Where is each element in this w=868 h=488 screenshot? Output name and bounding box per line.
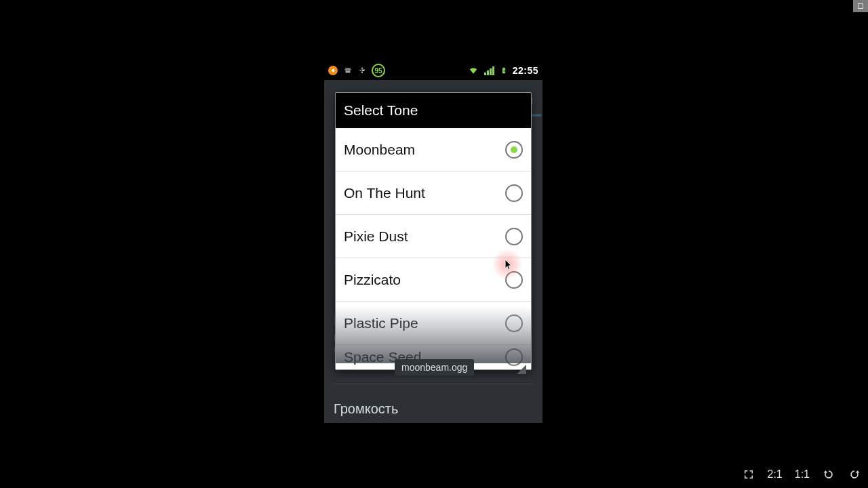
zoom-ratio-b[interactable]: 1:1 <box>795 468 810 481</box>
tone-label: Pizzicato <box>344 272 401 288</box>
charging-battery-icon <box>500 65 507 76</box>
tone-item[interactable]: Moonbeam <box>336 128 531 171</box>
tone-item[interactable]: On The Hunt <box>336 171 531 215</box>
tone-label: Plastic Pipe <box>344 315 418 331</box>
tone-item[interactable]: Plastic Pipe <box>336 302 531 345</box>
restore-icon <box>858 3 863 9</box>
fullscreen-icon[interactable] <box>742 468 755 481</box>
radio-icon[interactable] <box>505 141 523 159</box>
radio-icon[interactable] <box>505 184 523 202</box>
setting-volume-title[interactable]: Громкость <box>334 401 398 417</box>
radio-icon[interactable] <box>505 228 523 245</box>
usb-icon <box>358 65 366 76</box>
tone-item[interactable]: Pixie Dust <box>336 215 531 258</box>
dialog-title: Select Tone <box>336 93 531 128</box>
tone-label: Pixie Dust <box>344 228 408 245</box>
tone-list[interactable]: Moonbeam On The Hunt Pixie Dust Pizzicat… <box>336 128 531 369</box>
signal-icon <box>484 66 495 75</box>
radio-icon[interactable] <box>505 271 523 289</box>
battery-ring-icon: 95 <box>372 64 385 77</box>
tone-item[interactable]: Pizzicato <box>336 258 531 302</box>
resize-grip-icon <box>517 365 526 374</box>
phone-frame: 95 22:55 Предпочтения Мелодия Выберите м… <box>324 61 542 423</box>
settings-divider <box>334 384 533 384</box>
wifi-icon <box>468 66 479 75</box>
status-clock: 22:55 <box>513 65 538 76</box>
android-icon <box>343 66 353 75</box>
radio-icon[interactable] <box>505 348 523 366</box>
rotate-ccw-icon[interactable] <box>822 468 835 481</box>
window-restore-button[interactable] <box>853 0 868 12</box>
filename-tooltip: moonbeam.ogg <box>395 359 474 375</box>
status-bar: 95 22:55 <box>324 61 542 80</box>
tone-label: On The Hunt <box>344 185 425 201</box>
rotate-cw-icon[interactable] <box>848 468 861 481</box>
tone-label: Moonbeam <box>344 142 415 158</box>
radio-icon[interactable] <box>505 314 523 332</box>
select-tone-dialog: Select Tone Moonbeam On The Hunt Pixie D… <box>335 92 532 370</box>
emulator-taskbar: 2:1 1:1 <box>742 465 862 484</box>
zoom-ratio-a[interactable]: 2:1 <box>768 468 783 481</box>
back-orange-icon <box>328 66 338 75</box>
